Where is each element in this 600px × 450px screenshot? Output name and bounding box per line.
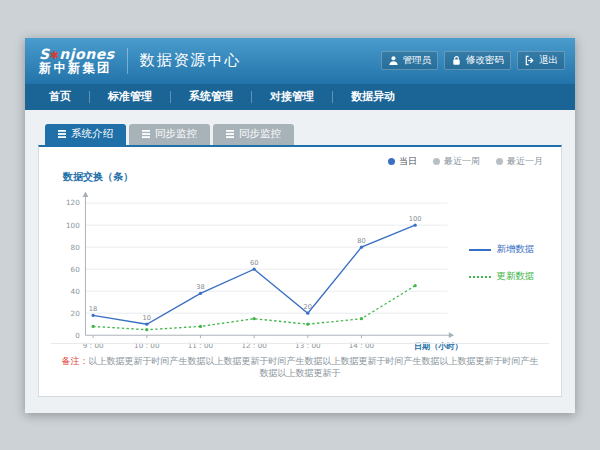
header-divider bbox=[127, 48, 128, 74]
legend-item-new-data[interactable]: 新增数据 bbox=[469, 243, 549, 256]
app-header: S✱njones 新中新集团 数据资源中心 管理员 修改密码 退出 bbox=[25, 38, 575, 84]
nav-item-home[interactable]: 首页 bbox=[31, 84, 89, 110]
tab-label: 同步监控 bbox=[239, 127, 281, 141]
svg-text:0: 0 bbox=[75, 330, 80, 339]
svg-text:100: 100 bbox=[66, 220, 80, 229]
legend-dot-icon bbox=[496, 158, 503, 165]
admin-user-button[interactable]: 管理员 bbox=[381, 51, 439, 70]
svg-text:100: 100 bbox=[409, 214, 422, 222]
brand-subtitle: 新中新集团 bbox=[39, 61, 115, 74]
svg-text:10: 10 bbox=[143, 313, 152, 321]
nav-item-system-mgmt[interactable]: 系统管理 bbox=[171, 84, 251, 110]
dotted-line-sample-icon bbox=[469, 276, 491, 278]
nav-item-interface-mgmt[interactable]: 对接管理 bbox=[252, 84, 332, 110]
screen-background: S✱njones 新中新集团 数据资源中心 管理员 修改密码 退出 bbox=[0, 0, 600, 450]
svg-text:120: 120 bbox=[66, 198, 80, 207]
footnote-text: 以上数据更新于时间产生数据以上数据更新于时间产生数据以上数据更新于时间产生数据以… bbox=[89, 356, 539, 378]
logout-button[interactable]: 退出 bbox=[517, 51, 565, 70]
svg-text:20: 20 bbox=[304, 302, 313, 310]
grid-icon bbox=[142, 130, 150, 138]
brand-logo: S✱njones 新中新集团 bbox=[39, 47, 115, 75]
tab-sync-monitor-2[interactable]: 同步监控 bbox=[213, 124, 294, 145]
svg-text:20: 20 bbox=[71, 308, 81, 317]
legend-label: 最近一月 bbox=[507, 155, 543, 168]
legend-dot-icon bbox=[433, 158, 440, 165]
app-window: S✱njones 新中新集团 数据资源中心 管理员 修改密码 退出 bbox=[25, 38, 575, 413]
solid-line-sample-icon bbox=[469, 249, 491, 251]
lock-icon bbox=[451, 55, 462, 66]
series-label: 更新数据 bbox=[497, 270, 535, 283]
legend-item-update-data[interactable]: 更新数据 bbox=[469, 270, 549, 283]
page-title: 数据资源中心 bbox=[140, 51, 242, 70]
series-label: 新增数据 bbox=[497, 243, 535, 256]
logout-label: 退出 bbox=[539, 54, 558, 67]
nav-item-standard-mgmt[interactable]: 标准管理 bbox=[90, 84, 170, 110]
svg-text:40: 40 bbox=[71, 286, 81, 295]
line-chart: 0204060801001209：0010：0011：0012：0013：001… bbox=[51, 184, 465, 362]
svg-text:60: 60 bbox=[250, 258, 259, 266]
svg-text:18: 18 bbox=[89, 305, 98, 313]
footnote: 备注：以上数据更新于时间产生数据以上数据更新于时间产生数据以上数据更新于时间产生… bbox=[51, 343, 549, 385]
content-area: 系统介绍 同步监控 同步监控 当日 最近一周 最近一月 数据交换（条） bbox=[25, 110, 575, 413]
change-password-label: 修改密码 bbox=[466, 54, 504, 67]
user-actions: 管理员 修改密码 退出 bbox=[381, 51, 566, 70]
tab-system-intro[interactable]: 系统介绍 bbox=[45, 124, 126, 145]
chart-series-legend: 新增数据 更新数据 bbox=[465, 184, 549, 344]
svg-text:80: 80 bbox=[357, 236, 366, 244]
user-icon bbox=[388, 55, 399, 66]
legend-label: 最近一周 bbox=[444, 155, 480, 168]
grid-icon bbox=[58, 130, 66, 138]
y-axis-title: 数据交换（条） bbox=[63, 170, 549, 184]
chart-panel: 当日 最近一周 最近一月 数据交换（条） 0204060801001209：00… bbox=[38, 145, 562, 397]
tab-label: 同步监控 bbox=[155, 127, 197, 141]
svg-text:80: 80 bbox=[71, 242, 81, 251]
legend-item-today[interactable]: 当日 bbox=[388, 155, 417, 168]
svg-text:38: 38 bbox=[196, 283, 205, 291]
footnote-label: 备注： bbox=[62, 356, 89, 366]
admin-user-label: 管理员 bbox=[403, 54, 432, 67]
grid-icon bbox=[226, 130, 234, 138]
legend-item-last-week[interactable]: 最近一周 bbox=[433, 155, 480, 168]
change-password-button[interactable]: 修改密码 bbox=[444, 51, 511, 70]
brand-name: S✱njones bbox=[39, 47, 115, 62]
chart-row: 0204060801001209：0010：0011：0012：0013：001… bbox=[51, 184, 549, 344]
tab-bar: 系统介绍 同步监控 同步监控 bbox=[45, 124, 562, 145]
tab-sync-monitor-1[interactable]: 同步监控 bbox=[129, 124, 210, 145]
legend-label: 当日 bbox=[399, 155, 417, 168]
nav-item-data-change[interactable]: 数据异动 bbox=[333, 84, 413, 110]
svg-text:60: 60 bbox=[71, 264, 81, 273]
logout-icon bbox=[524, 55, 535, 66]
legend-dot-icon bbox=[388, 158, 395, 165]
tab-label: 系统介绍 bbox=[71, 127, 113, 141]
chart-top-legend: 当日 最近一周 最近一月 bbox=[51, 155, 549, 168]
legend-item-last-month[interactable]: 最近一月 bbox=[496, 155, 543, 168]
main-nav: 首页 标准管理 系统管理 对接管理 数据异动 bbox=[25, 84, 575, 110]
